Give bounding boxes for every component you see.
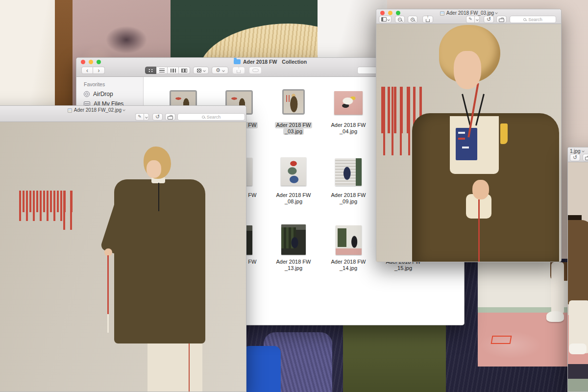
file-name: _03.jpg — [283, 128, 304, 135]
preview-window-02: Ader 2018 FW_02.jpg ✎ ↺ Search — [0, 105, 246, 392]
markup-pencil-button[interactable]: ✎ — [466, 16, 474, 23]
model-trousers — [147, 340, 202, 392]
chevron-down-icon — [222, 69, 225, 72]
share-icon: ↑ — [426, 19, 430, 22]
rotate-button[interactable]: ↺ — [570, 154, 580, 161]
toolbox-icon — [585, 157, 588, 160]
file-name: _14.jpg — [338, 265, 359, 271]
background-cream-fabric — [0, 0, 59, 114]
search-input[interactable]: Search — [510, 16, 556, 23]
search-input[interactable]: Search — [177, 113, 245, 121]
preview02-titlebar[interactable]: Ader 2018 FW_02.jpg ✎ ↺ Search — [0, 106, 246, 122]
preview-window-03: Ader 2018 FW_03.jpg − + ↑ ✎ ↺ Search — [376, 9, 562, 262]
file-name: _09.jpg — [338, 198, 359, 205]
pencil-icon: ✎ — [468, 17, 472, 22]
file-name: _13.jpg — [283, 265, 304, 271]
markup-dropdown-button[interactable] — [474, 16, 480, 23]
chevron-down-icon — [476, 18, 479, 21]
preview03-photo — [376, 24, 561, 262]
file-name: Ader 2018 FW — [330, 192, 368, 198]
file-item[interactable]: Ader 2018 FW_08.jpg — [268, 156, 319, 205]
background-olive-gap — [343, 322, 446, 392]
search-placeholder: Search — [207, 115, 221, 120]
markup-pencil-button[interactable]: ✎ — [135, 113, 144, 121]
airdrop-icon — [84, 91, 90, 97]
file-name: Ader 2018 FW — [275, 259, 313, 265]
markup-button-group: ✎ — [466, 16, 480, 23]
markup-toolbar-button[interactable] — [165, 113, 175, 121]
zoom-out-button[interactable]: − — [395, 16, 405, 23]
chevron-down-icon — [495, 11, 498, 14]
pencil-icon: ✎ — [138, 115, 142, 119]
icon-view-button[interactable] — [145, 67, 156, 74]
chevron-down-icon — [387, 18, 390, 21]
model-hand — [472, 180, 489, 199]
zoom-in-icon: + — [411, 18, 415, 22]
preview-right-photo — [568, 162, 588, 392]
file-name: Ader 2018 FW — [330, 122, 368, 128]
held-ribbon-tip — [107, 314, 109, 333]
share-icon: ↑ — [237, 70, 241, 73]
red-ribbons-decoration — [383, 87, 414, 155]
file-name: _04.jpg — [338, 128, 359, 135]
model-blazer — [114, 179, 205, 343]
view-switcher — [145, 67, 190, 74]
share-button[interactable]: ↑ — [422, 16, 433, 23]
document-proxy-icon — [68, 108, 72, 113]
sidebar-item-label: AirDrop — [93, 91, 113, 98]
back-button[interactable]: ‹ — [81, 67, 93, 74]
markup-button-group: ✎ — [135, 113, 149, 121]
rotate-icon: ↺ — [487, 17, 491, 22]
file-item[interactable]: Ader 2018 FW_14.jpg — [323, 223, 374, 271]
preview-window-right: 1.jpg ↺ — [567, 147, 588, 392]
markup-dropdown-button[interactable] — [144, 113, 149, 121]
search-placeholder: Search — [528, 17, 542, 22]
rotate-button[interactable]: ↺ — [484, 16, 494, 23]
file-thumbnail — [281, 157, 306, 186]
action-button[interactable]: ⚙ — [212, 67, 228, 74]
column-view-icon — [171, 69, 176, 73]
preview-right-titlebar[interactable]: 1.jpg ↺ — [568, 147, 588, 162]
sidebar-toggle-button[interactable] — [379, 16, 392, 23]
file-item[interactable]: Ader 2018 FW_04.jpg — [323, 89, 374, 135]
coverflow-view-button[interactable] — [179, 67, 190, 74]
document-proxy-icon — [440, 11, 444, 16]
rotate-icon: ↺ — [155, 114, 160, 120]
background-brown-strip — [55, 0, 73, 114]
forward-button[interactable]: › — [93, 67, 105, 74]
rotate-button[interactable]: ↺ — [152, 113, 163, 121]
rotate-icon: ↺ — [573, 155, 577, 160]
pink-room-red-outline — [491, 336, 512, 344]
zoom-in-button[interactable]: + — [408, 16, 417, 23]
sidebar-item-airdrop[interactable]: AirDrop — [84, 91, 143, 98]
chevron-down-icon — [203, 69, 206, 72]
arrange-button[interactable] — [193, 67, 209, 74]
chevron-down-icon — [582, 149, 585, 152]
file-item[interactable]: Ader 2018 FW_03.jpg — [268, 89, 319, 135]
model-lanyard — [158, 183, 159, 211]
preview03-title: Ader 2018 FW_03.jpg — [376, 10, 561, 16]
coverflow-view-icon — [181, 69, 187, 73]
photo-dark-band — [568, 364, 588, 379]
file-item[interactable]: Ader 2018 FW_09.jpg — [323, 156, 374, 205]
chevron-down-icon — [145, 116, 148, 119]
markup-toolbar-button[interactable] — [496, 16, 507, 23]
search-icon — [202, 116, 205, 119]
list-view-button[interactable] — [156, 67, 168, 74]
markup-toolbar-button[interactable] — [583, 154, 588, 161]
tag-button[interactable] — [249, 67, 262, 74]
share-button[interactable]: ↑ — [232, 67, 245, 74]
file-name: Ader 2018 FW — [275, 192, 313, 198]
model-face — [147, 160, 161, 178]
file-thumbnail — [335, 158, 362, 186]
preview03-titlebar[interactable]: Ader 2018 FW_03.jpg − + ↑ ✎ ↺ Search — [376, 9, 561, 24]
sweater-graphic-patch — [456, 128, 477, 160]
pink-room-sneaker — [546, 311, 564, 322]
folder-icon — [234, 59, 241, 64]
file-thumbnail — [282, 89, 305, 115]
file-item[interactable]: Ader 2018 FW_13.jpg — [268, 223, 319, 271]
desktop: Ader 2018 FWCollection ‹ › ⚙ ↑ Search F — [0, 0, 588, 392]
column-view-button[interactable] — [168, 67, 179, 74]
chevron-down-icon — [122, 108, 125, 111]
model-coat — [568, 220, 588, 304]
